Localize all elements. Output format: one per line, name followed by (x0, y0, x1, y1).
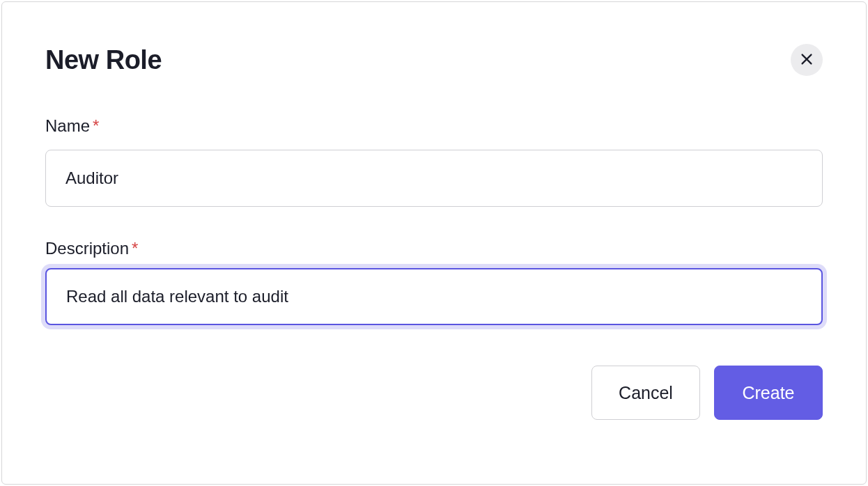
new-role-modal: New Role Name* Description* Cancel Creat… (1, 1, 867, 485)
cancel-button[interactable]: Cancel (591, 366, 700, 420)
create-button[interactable]: Create (714, 366, 823, 420)
description-input[interactable] (45, 268, 823, 325)
required-indicator: * (93, 116, 99, 135)
modal-title: New Role (45, 45, 162, 75)
name-input[interactable] (45, 150, 823, 207)
description-label: Description* (45, 239, 823, 258)
name-label-text: Name (45, 116, 90, 135)
name-field-group: Name* (45, 116, 823, 207)
name-label: Name* (45, 116, 823, 136)
description-field-group: Description* (45, 239, 823, 325)
modal-footer: Cancel Create (45, 366, 823, 420)
required-indicator: * (132, 239, 138, 258)
description-label-text: Description (45, 239, 129, 258)
modal-header: New Role (45, 44, 823, 76)
close-icon (799, 52, 814, 69)
close-button[interactable] (791, 44, 823, 76)
